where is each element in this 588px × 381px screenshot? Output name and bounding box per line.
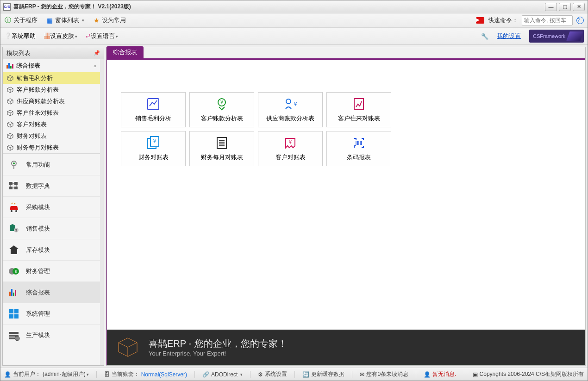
tile-label: 条码报表 <box>347 153 371 162</box>
tile-1[interactable]: ¥客户账款分析表 <box>189 92 254 127</box>
cube-icon <box>6 144 14 151</box>
tile-2[interactable]: ¥供应商账款分析表 <box>258 92 323 127</box>
module-icon-1 <box>7 180 20 193</box>
window-title: 喜鹊ERP - 您的企业，您的专家！ V2.1(2023版) <box>13 3 131 11</box>
bars-icon <box>6 63 13 69</box>
tile-icon-2: ¥ <box>283 97 298 112</box>
sidebar-item-3[interactable]: 客户往来对账表 <box>3 107 100 119</box>
svg-rect-17 <box>9 332 19 334</box>
maximize-button[interactable]: ▢ <box>559 3 571 11</box>
tile-4[interactable]: ¥财务对账表 <box>121 131 186 166</box>
sidebar-item-0[interactable]: 销售毛利分析 <box>3 72 100 84</box>
cube-small-icon: ▣ <box>473 371 478 378</box>
globe-icon: ⇄ <box>86 32 91 39</box>
pin-icon[interactable]: 📌 <box>94 50 100 56</box>
cube-icon <box>6 87 14 93</box>
module-2[interactable]: 采购模块 <box>3 196 100 218</box>
window-list-button[interactable]: ▦窗体列表 <box>46 16 84 25</box>
sidebar-header: 模块列表 📌 <box>3 47 104 59</box>
tile-6[interactable]: ¥客户对账表 <box>258 131 323 166</box>
module-1[interactable]: 数据字典 <box>3 175 100 196</box>
svg-point-6 <box>11 210 13 212</box>
status-sys-settings[interactable]: ⚙ 系统设置 <box>258 370 287 378</box>
info-icon: ⓘ <box>4 17 12 24</box>
sidebar-item-4[interactable]: 客户对账表 <box>3 119 100 130</box>
language-button[interactable]: ⇄设置语言 <box>86 32 118 40</box>
tab-reports[interactable]: 综合报表 <box>106 46 144 58</box>
palette-icon: ▦ <box>44 32 50 39</box>
sidebar-scrollbar[interactable] <box>100 59 104 365</box>
user-icon: 👤 <box>4 371 11 378</box>
module-4[interactable]: 库存模块 <box>3 239 100 260</box>
svg-rect-13 <box>9 309 13 313</box>
module-7[interactable]: 系统管理 <box>3 303 100 324</box>
mail-icon: ✉ <box>360 371 364 378</box>
sidebar-item-2[interactable]: 供应商账款分析表 <box>3 95 100 107</box>
status-ado[interactable]: 🔗 ADODirect <box>202 371 243 378</box>
minimize-button[interactable]: — <box>545 3 557 11</box>
banner-subtitle: Your Enterprise, Your Expert! <box>149 350 287 357</box>
module-5[interactable]: $财务管理 <box>3 260 100 281</box>
svg-rect-26 <box>354 99 363 110</box>
tile-icon-5 <box>214 136 229 150</box>
tile-label: 供应商账款分析表 <box>266 114 314 123</box>
sidebar-item-1[interactable]: 客户账款分析表 <box>3 84 100 95</box>
main-area: 综合报表 销售毛利分析¥客户账款分析表¥供应商账款分析表客户往来对账表¥财务对账… <box>106 47 586 366</box>
module-8[interactable]: 生产模块 <box>3 324 100 345</box>
skin-button[interactable]: ▦设置皮肤 <box>44 32 77 40</box>
cube-icon <box>6 75 14 81</box>
my-settings-link[interactable]: 我的设置 <box>497 32 521 40</box>
statusbar: 👤 当前用户： (admin-超级用户) 🗄 当前账套： Normal(SqlS… <box>0 368 588 381</box>
module-0[interactable]: 常用功能 <box>3 154 100 175</box>
tile-label: 财务对账表 <box>138 153 169 162</box>
svg-rect-2 <box>9 182 13 185</box>
svg-rect-21 <box>148 99 159 110</box>
tile-icon-7 <box>351 136 366 150</box>
module-icon-8 <box>7 329 20 342</box>
refresh-icon: 🔄 <box>302 371 309 378</box>
module-6[interactable]: 综合报表 <box>3 281 100 303</box>
sidebar-item-5[interactable]: 财务对账表 <box>3 130 100 142</box>
svg-rect-30 <box>217 137 226 149</box>
system-help-button[interactable]: ❔系统帮助 <box>4 32 36 40</box>
about-button[interactable]: ⓘ关于程序 <box>4 16 38 25</box>
status-refresh-cache[interactable]: 🔄 更新缓存数据 <box>302 370 344 378</box>
tile-5[interactable]: 财务每月对账表 <box>189 131 254 166</box>
svg-rect-5 <box>14 187 18 189</box>
cube-icon <box>6 110 14 116</box>
tile-3[interactable]: 客户往来对账表 <box>326 92 391 127</box>
svg-rect-15 <box>9 314 13 319</box>
tile-icon-6: ¥ <box>283 136 298 150</box>
sidebar-section-reports[interactable]: 综合报表 « <box>3 59 100 72</box>
module-icon-0 <box>7 158 20 171</box>
svg-rect-16 <box>14 314 19 319</box>
tile-7[interactable]: 条码报表 <box>326 131 391 166</box>
footer-banner: 喜鹊ERP - 您的企业，您的专家！ Your Enterprise, Your… <box>107 330 585 365</box>
sidebar-item-6[interactable]: 财务每月对账表 <box>3 142 100 153</box>
person-icon: 👤 <box>424 371 431 378</box>
status-copyright: ▣ Copyrights 2006-2024 C/S框架网版权所有 <box>473 370 584 378</box>
tile-label: 客户往来对账表 <box>338 114 380 123</box>
cube-icon <box>116 336 139 359</box>
cube-icon <box>6 98 14 105</box>
wrench-icon: 🔧 <box>481 33 488 40</box>
module-3[interactable]: $销售模块 <box>3 218 100 239</box>
svg-text:¥: ¥ <box>153 138 156 144</box>
quick-cmd-input[interactable] <box>522 15 573 25</box>
svg-text:$: $ <box>15 269 17 274</box>
tile-0[interactable]: 销售毛利分析 <box>121 92 186 127</box>
status-unread[interactable]: ✉ 您有0条未读消息 <box>360 370 408 378</box>
status-user[interactable]: 👤 当前用户： (admin-超级用户) <box>4 370 89 378</box>
csframework-badge[interactable]: CSFramework <box>529 30 584 43</box>
status-db[interactable]: 🗄 当前账套： Normal(SqlServer) <box>104 370 187 378</box>
svg-point-1 <box>13 162 15 164</box>
set-default-button[interactable]: ★设为常用 <box>93 16 126 25</box>
gear-icon: ⚙ <box>258 371 263 378</box>
status-no-msg: 👤 暂无消息. <box>424 370 456 378</box>
help-icon[interactable]: ? <box>576 17 584 24</box>
terminal-icon: ▶ <box>476 17 484 24</box>
windows-icon: ▦ <box>46 17 53 24</box>
svg-rect-3 <box>14 182 18 185</box>
tile-label: 销售毛利分析 <box>135 114 171 123</box>
close-button[interactable]: ✕ <box>573 3 585 11</box>
